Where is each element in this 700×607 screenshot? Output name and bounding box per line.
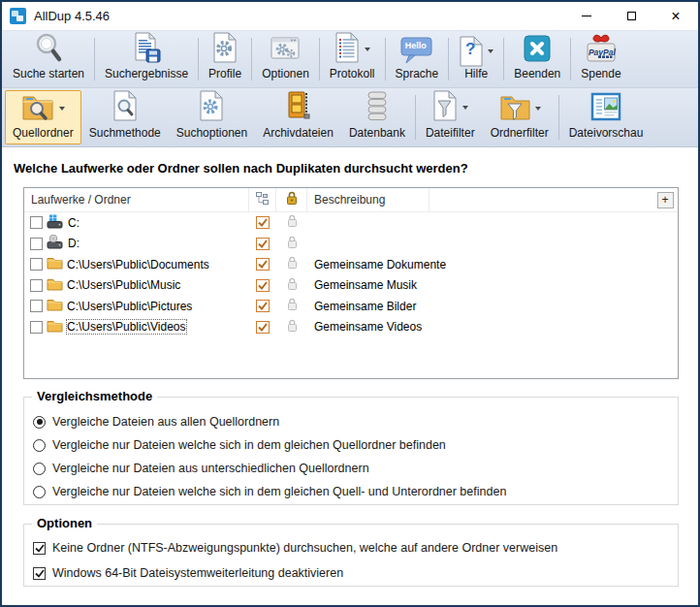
checkbox-option[interactable]: Keine Ordner (NTFS-Abzweigungspunkte) du… (33, 535, 678, 560)
main-toolbar: Suche starten Suchergebnisse Profile Opt… (2, 31, 698, 87)
radio-button[interactable] (33, 439, 46, 452)
search-results-button[interactable]: Suchergebnisse (97, 33, 196, 85)
table-row[interactable]: C: (24, 212, 678, 234)
row-select-checkbox[interactable] (30, 321, 43, 334)
tab-file-preview[interactable]: Dateivorschau (561, 90, 652, 144)
tab-search-method-label: Suchmethode (89, 126, 161, 141)
options-button[interactable]: Optionen (254, 33, 317, 85)
radio-option[interactable]: Vergleiche Dateien aus allen Quellordner… (33, 410, 678, 433)
table-row[interactable]: C:\Users\Public\Music Gemeinsame Musik (24, 275, 678, 297)
tab-database[interactable]: Datenbank (341, 90, 413, 144)
separator (251, 38, 252, 80)
hard-drive-icon (47, 214, 64, 232)
donate-button[interactable]: PayPal Spende (573, 33, 628, 85)
column-header-description[interactable]: Beschreibung (307, 188, 430, 211)
radio-option[interactable]: Vergleiche nur Dateien welche sich in de… (33, 433, 678, 457)
tab-archive-files[interactable]: Archivdateien (255, 90, 341, 144)
row-path: C: (68, 216, 80, 230)
row-select-checkbox[interactable] (30, 279, 43, 292)
padlock-unlocked-icon[interactable] (287, 236, 298, 252)
table-row[interactable]: C:\Users\Public\Videos Gemeinsame Videos (24, 317, 678, 338)
padlock-unlocked-icon[interactable] (287, 256, 298, 272)
padlock-unlocked-icon[interactable] (287, 298, 298, 314)
chevron-down-icon[interactable] (59, 107, 65, 111)
chevron-down-icon[interactable] (365, 48, 370, 51)
close-icon[interactable]: × (653, 2, 698, 30)
tab-search-options[interactable]: Suchoptionen (169, 90, 255, 144)
radio-button[interactable] (33, 486, 46, 498)
tab-search-method[interactable]: Suchmethode (81, 90, 169, 144)
padlock-unlocked-icon[interactable] (287, 319, 298, 335)
column-header-lock[interactable] (276, 188, 307, 211)
window-title: AllDup 4.5.46 (34, 9, 110, 23)
search-method-icon (111, 89, 139, 126)
chevron-down-icon[interactable] (535, 107, 541, 111)
padlock-unlocked-icon[interactable] (287, 277, 298, 294)
protocol-button[interactable]: Protokoll (322, 33, 383, 85)
recurse-checked-icon[interactable] (256, 300, 270, 312)
recurse-checked-icon[interactable] (256, 321, 270, 334)
options-label: Optionen (262, 67, 309, 81)
start-search-button[interactable]: Suche starten (5, 33, 92, 85)
folder-icon (47, 277, 63, 294)
column-header-extra[interactable] (430, 188, 652, 211)
separator (558, 95, 559, 140)
minimize-icon[interactable] (564, 2, 609, 30)
row-select-checkbox[interactable] (30, 216, 43, 229)
help-question-icon: ? (459, 36, 484, 67)
separator (94, 38, 95, 80)
row-path: C:\Users\Public\Videos (67, 320, 186, 334)
recurse-checked-icon[interactable] (256, 279, 270, 292)
source-folders-table: Laufwerke / Ordner Beschreibung + C: (23, 187, 679, 379)
chevron-down-icon[interactable] (462, 106, 468, 110)
recurse-checked-icon[interactable] (256, 258, 270, 271)
recurse-checked-icon[interactable] (256, 238, 270, 250)
table-row[interactable]: C:\Users\Public\Documents Gemeinsame Dok… (24, 254, 678, 275)
column-header-recurse[interactable] (249, 188, 276, 211)
table-row[interactable]: D: (24, 234, 678, 255)
paypal-heart-icon: PayPal (585, 34, 618, 67)
radio-button[interactable] (33, 416, 46, 429)
table-header[interactable]: Laufwerke / Ordner Beschreibung + (24, 188, 678, 212)
chevron-down-icon[interactable] (488, 49, 493, 53)
radio-label: Vergleiche nur Dateien aus unterschiedli… (52, 462, 369, 475)
row-select-checkbox[interactable] (30, 238, 43, 250)
checkbox-checked[interactable] (33, 567, 46, 580)
alldup-window: AllDup 4.5.46 × Suche starten Suchergebn… (0, 0, 700, 607)
tab-source-folders[interactable]: Quellordner (5, 90, 81, 144)
section-toolbar: Quellordner Suchmethode Suchoptionen Arc… (2, 87, 698, 147)
tab-file-preview-label: Dateivorschau (569, 126, 644, 141)
language-button[interactable]: Hello Sprache (388, 33, 447, 85)
help-label: Hilfe (464, 67, 488, 81)
checkbox-label: Keine Ordner (NTFS-Abzweigungspunkte) du… (52, 541, 557, 555)
recurse-checked-icon[interactable] (256, 216, 270, 229)
add-source-button[interactable]: + (657, 192, 674, 208)
help-button[interactable]: ? Hilfe (451, 33, 501, 85)
radio-option[interactable]: Vergleiche nur Dateien aus unterschiedli… (33, 457, 678, 480)
bubble-text: Hello (400, 41, 431, 50)
profiles-button[interactable]: Profile (201, 33, 249, 85)
radio-option[interactable]: Vergleiche nur Dateien welche sich in de… (33, 480, 678, 503)
database-icon (363, 89, 392, 126)
padlock-unlocked-icon[interactable] (287, 214, 298, 231)
compare-method-title: Vergleichsmethode (32, 389, 157, 403)
checkbox-option[interactable]: Windows 64-Bit Dateisystemweiterleitung … (33, 560, 678, 586)
quit-button[interactable]: Beenden (506, 33, 568, 85)
file-preview-icon (589, 91, 622, 126)
checkbox-checked[interactable] (33, 542, 46, 555)
maximize-icon[interactable] (609, 2, 653, 30)
magnifier-icon (33, 31, 64, 68)
row-select-checkbox[interactable] (30, 258, 43, 271)
radio-button[interactable] (33, 463, 46, 475)
row-select-checkbox[interactable] (30, 300, 43, 312)
paypal-text: PayPal (589, 48, 614, 57)
content-area: Welche Laufwerke oder Ordner sollen nach… (2, 147, 698, 605)
title-bar[interactable]: AllDup 4.5.46 × (2, 2, 698, 31)
tab-file-filter[interactable]: Dateifilter (418, 90, 483, 144)
checkbox-label: Windows 64-Bit Dateisystemweiterleitung … (52, 566, 343, 580)
column-header-name[interactable]: Laufwerke / Ordner (24, 188, 249, 211)
tab-archive-files-label: Archivdateien (263, 126, 334, 141)
tab-folder-filter[interactable]: Ordnerfilter (483, 90, 557, 144)
search-options-icon (198, 89, 225, 126)
table-row[interactable]: C:\Users\Public\Pictures Gemeinsame Bild… (24, 296, 678, 317)
